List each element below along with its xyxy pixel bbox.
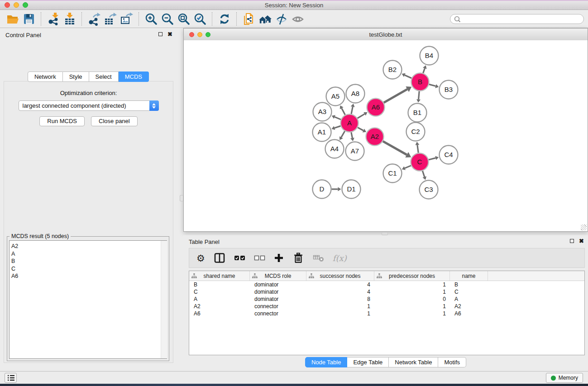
cell-shared-name[interactable]: A6	[189, 310, 250, 317]
zoom-selected-icon[interactable]	[192, 12, 208, 26]
graph-node-D1[interactable]: D1	[342, 180, 361, 199]
graph-node-B2[interactable]: B2	[383, 61, 402, 79]
cell-predecessor-nodes[interactable]: 1	[374, 281, 450, 288]
graph-edge-A6-B[interactable]	[384, 86, 412, 103]
mcds-result-item[interactable]: A2	[10, 243, 167, 250]
mcds-result-item[interactable]: A6	[10, 272, 167, 280]
export-image-icon[interactable]	[119, 12, 135, 26]
graph-edge-C-C4[interactable]	[429, 156, 439, 160]
cell-name[interactable]: A2	[450, 303, 488, 310]
tab-network-table[interactable]: Network Table	[389, 357, 438, 367]
run-mcds-button[interactable]: Run MCDS	[39, 116, 85, 126]
cell-predecessor-nodes[interactable]: 1	[374, 303, 450, 310]
refresh-view-icon[interactable]	[216, 12, 233, 26]
graph-edge-A-A1[interactable]	[331, 126, 340, 130]
graph-node-C[interactable]: C	[411, 153, 429, 171]
graph-node-C2[interactable]: C2	[406, 123, 425, 141]
cell-name[interactable]: C	[450, 288, 488, 295]
tab-edge-table[interactable]: Edge Table	[347, 357, 389, 367]
mcds-result-item[interactable]: B	[10, 257, 167, 265]
mcds-result-item[interactable]: A	[10, 250, 167, 258]
graph-edge-A2-C[interactable]	[383, 141, 411, 157]
graph-node-A6[interactable]: A6	[367, 99, 385, 116]
graph-edge-A-A6[interactable]	[358, 112, 368, 118]
search-field[interactable]	[450, 14, 584, 24]
graph-node-A7[interactable]: A7	[346, 142, 364, 161]
cell-mcds-role[interactable]: dominator	[250, 295, 306, 303]
zoom-out-icon[interactable]	[159, 12, 176, 26]
float-table-panel-icon[interactable]	[570, 239, 574, 243]
graph-edge-A-A2[interactable]	[358, 128, 366, 133]
graph-edge-C-C1[interactable]	[402, 166, 411, 170]
cell-mcds-role[interactable]: connector	[250, 310, 306, 317]
network-window-titlebar[interactable]: testGlobe.txt	[184, 29, 588, 41]
optimization-criterion-select[interactable]: largest connected component (directed)	[19, 100, 159, 111]
function-builder-icon[interactable]: f(x)	[333, 253, 347, 263]
graph-node-B3[interactable]: B3	[440, 81, 458, 99]
graph-edge-B-B3[interactable]	[429, 84, 439, 88]
close-table-panel-icon[interactable]: ✖	[579, 238, 584, 243]
column-header-name[interactable]: name	[450, 271, 488, 281]
graph-node-A1[interactable]: A1	[313, 123, 331, 142]
graph-edge-B-B2[interactable]	[402, 73, 412, 78]
show-columns-icon[interactable]	[214, 252, 225, 264]
graph-node-C3[interactable]: C3	[420, 181, 438, 199]
export-network-icon[interactable]	[86, 12, 102, 26]
horizontal-divider-handle[interactable]	[382, 232, 388, 235]
graph-node-A4[interactable]: A4	[325, 140, 344, 158]
open-session-icon[interactable]	[5, 12, 21, 26]
graph-node-D[interactable]: D	[313, 180, 331, 199]
tab-select[interactable]: Select	[89, 71, 119, 82]
cell-shared-name[interactable]: B	[189, 281, 250, 288]
graph-edge-A-A3[interactable]	[332, 115, 341, 119]
column-header-predecessor-nodes[interactable]: predecessor nodes	[374, 271, 450, 281]
column-header-successor-nodes[interactable]: successor nodes	[306, 271, 374, 281]
cell-predecessor-nodes[interactable]: 1	[374, 288, 450, 295]
cell-shared-name[interactable]: A2	[189, 303, 250, 310]
delete-columns-icon[interactable]	[292, 252, 304, 264]
mcds-result-item[interactable]: C	[10, 265, 167, 273]
save-session-icon[interactable]	[21, 12, 37, 26]
graph-edge-B-B4[interactable]	[423, 65, 426, 73]
mcds-result-list[interactable]: A2ABCA6	[9, 240, 167, 359]
cell-successor-nodes[interactable]: 1	[306, 303, 374, 310]
show-details-icon[interactable]	[290, 12, 306, 26]
network-graph[interactable]: AA1A2A3A4A5A6A7A8BB1B2B3B4CC1C2C3C4DD1	[184, 40, 588, 231]
cell-name[interactable]: A	[450, 295, 488, 303]
cell-name[interactable]: B	[450, 281, 488, 288]
cell-mcds-role[interactable]: dominator	[250, 288, 306, 295]
graph-edge-A-A4[interactable]	[339, 131, 345, 140]
graph-edge-A-A5[interactable]	[340, 105, 345, 115]
result-scrollbar[interactable]	[161, 241, 167, 358]
graph-node-C4[interactable]: C4	[440, 146, 458, 164]
cell-shared-name[interactable]: A	[189, 295, 250, 303]
graph-edge-C-C3[interactable]	[422, 171, 426, 180]
graph-edge-A-A7[interactable]	[350, 132, 354, 141]
zoom-in-icon[interactable]	[143, 12, 159, 26]
search-input[interactable]	[461, 14, 583, 24]
table-row[interactable]: A6connector11A6	[189, 310, 584, 317]
import-network-icon[interactable]	[45, 12, 62, 26]
tab-mcds[interactable]: MCDS	[119, 71, 149, 82]
graph-node-A3[interactable]: A3	[313, 103, 332, 121]
close-panel-button[interactable]: Close panel	[91, 116, 138, 126]
graph-edge-D-D1[interactable]	[332, 187, 341, 191]
open-network-file-icon[interactable]	[241, 12, 257, 26]
network-canvas[interactable]: AA1A2A3A4A5A6A7A8BB1B2B3B4CC1C2C3C4DD1	[184, 40, 588, 231]
zoom-fit-icon[interactable]	[176, 12, 192, 26]
select-all-columns-icon[interactable]	[234, 254, 245, 262]
vertical-divider-handle[interactable]	[180, 195, 183, 201]
cell-successor-nodes[interactable]: 4	[306, 288, 374, 295]
graph-edge-B-B1[interactable]	[416, 91, 421, 102]
tab-motifs[interactable]: Motifs	[438, 357, 466, 367]
cell-successor-nodes[interactable]: 4	[306, 281, 374, 288]
cell-mcds-role[interactable]: dominator	[250, 281, 306, 288]
graph-node-B1[interactable]: B1	[408, 104, 427, 122]
column-header-mcds-role[interactable]: MCDS role	[250, 271, 306, 281]
home-icon[interactable]	[257, 12, 273, 26]
cell-successor-nodes[interactable]: 1	[306, 310, 374, 317]
cell-predecessor-nodes[interactable]: 0	[374, 295, 450, 303]
graph-node-A2[interactable]: A2	[366, 128, 384, 146]
table-row[interactable]: Adominator80A	[189, 295, 584, 303]
cell-successor-nodes[interactable]: 8	[306, 295, 374, 303]
